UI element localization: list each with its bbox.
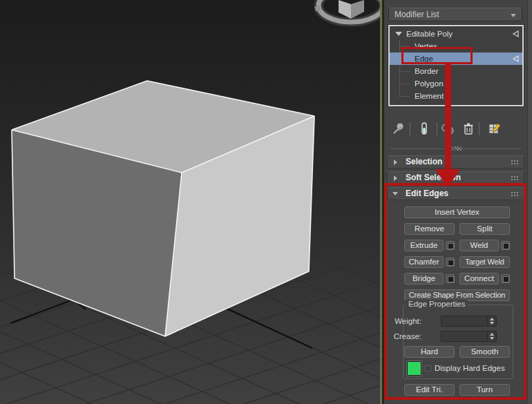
toolbar-separator [437,122,437,135]
stack-item-element[interactable]: Element [390,90,522,102]
toolbar-separator [410,122,410,135]
stack-toolbar [384,122,527,137]
stack-item-polygon[interactable]: Polygon [390,77,522,90]
stack-triangle-icon [511,55,520,63]
annotation-arrow-head-icon [435,169,460,188]
rollout-label: Selection [406,156,442,168]
stack-item-editable-poly[interactable]: Editable Poly [390,28,522,40]
stack-item-label: Border [415,65,439,77]
stack-item-label: Polygon [415,77,444,90]
remove-modifier-icon[interactable] [462,122,475,136]
viewport[interactable] [0,0,380,404]
toolbar-separator [479,122,479,135]
collapsed-arrow-icon [394,160,397,165]
stack-item-border[interactable]: Border [390,65,522,77]
collapsed-arrow-icon [394,175,397,181]
rollout-divider-handle[interactable] [449,146,463,151]
stack-triangle-icon [511,30,520,38]
stack-item-label: Element [415,90,444,102]
stack-item-label: Editable Poly [406,28,453,40]
expand-arrow-icon[interactable] [395,32,402,36]
drag-grip-icon[interactable] [511,160,518,165]
configure-modifier-sets-icon[interactable] [487,122,501,136]
annotation-highlight-edge [401,47,473,64]
chevron-down-icon [511,14,516,17]
drag-grip-icon[interactable] [511,175,518,181]
modifier-list-label: Modifier List [395,10,439,19]
annotation-arrow-shaft [445,63,451,171]
modifier-list-dropdown[interactable]: Modifier List [388,8,522,21]
screen: Modifier List Editable Poly Vertex Ed [0,0,532,404]
rollout-header-selection[interactable]: Selection [387,155,524,169]
panel-scroll-strip[interactable] [527,0,532,404]
pin-stack-icon[interactable] [392,122,406,136]
show-end-result-icon[interactable] [417,122,431,136]
annotation-highlight-edit-edges [384,183,526,400]
modifier-stack: Editable Poly Vertex Edge Border [388,25,524,106]
